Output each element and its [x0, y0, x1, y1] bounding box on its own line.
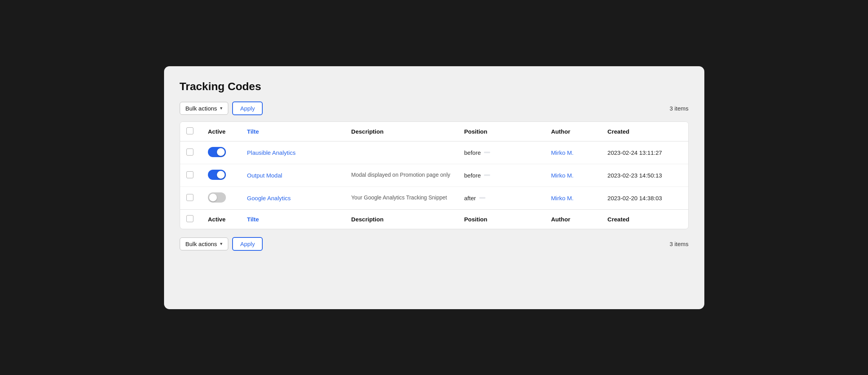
bulk-actions-dropdown-top[interactable]: Bulk actions ▾	[180, 102, 229, 115]
position-container-1: before	[464, 172, 539, 179]
table-header-row: Active Tilte Description Position Author…	[180, 122, 688, 141]
row-description-cell-0	[345, 141, 458, 164]
top-toolbar-left: Bulk actions ▾ Apply	[180, 101, 263, 115]
row-title-link-1[interactable]: Output Modal	[247, 172, 282, 179]
row-author-link-1[interactable]: Mirko M.	[551, 172, 574, 179]
position-tag-1	[484, 174, 490, 176]
items-count-top: 3 items	[669, 105, 688, 112]
row-author-cell-1: Mirko M.	[545, 164, 601, 187]
main-card: Tracking Codes Bulk actions ▾ Apply 3 it…	[164, 66, 704, 309]
bottom-toolbar: Bulk actions ▾ Apply 3 items	[180, 237, 689, 251]
position-label-0: before	[464, 149, 481, 156]
row-checkbox-cell-0	[180, 141, 202, 164]
footer-author: Author	[545, 209, 601, 229]
row-checkbox-2[interactable]	[186, 194, 193, 201]
footer-created: Created	[601, 209, 688, 229]
header-title: Tilte	[241, 122, 345, 141]
page-title: Tracking Codes	[180, 80, 689, 93]
row-position-cell-0: before	[458, 141, 545, 164]
table-footer-row: Active Tilte Description Position Author…	[180, 209, 688, 229]
row-checkbox-cell-1	[180, 164, 202, 187]
row-created-cell-2: 2023-02-20 14:38:03	[601, 187, 688, 209]
toggle-knob-1	[217, 171, 225, 179]
row-author-cell-2: Mirko M.	[545, 187, 601, 209]
toggle-knob-2	[209, 194, 217, 201]
footer-position: Position	[458, 209, 545, 229]
row-description-1: Modal displayed on Promotion page only	[351, 172, 450, 178]
position-container-0: before	[464, 149, 539, 156]
header-author: Author	[545, 122, 601, 141]
row-title-cell-2: Google Analytics	[241, 187, 345, 209]
bulk-actions-label-bottom: Bulk actions	[186, 241, 217, 247]
footer-description: Description	[345, 209, 458, 229]
position-label-2: after	[464, 195, 476, 201]
position-tag-2	[479, 197, 485, 199]
select-all-checkbox-bottom[interactable]	[186, 215, 193, 222]
select-all-checkbox[interactable]	[186, 127, 193, 134]
apply-button-top[interactable]: Apply	[232, 101, 263, 115]
row-created-cell-0: 2023-02-24 13:11:27	[601, 141, 688, 164]
header-description: Description	[345, 122, 458, 141]
header-created: Created	[601, 122, 688, 141]
toggle-0[interactable]	[208, 147, 226, 157]
table-row: Output Modal Modal displayed on Promotio…	[180, 164, 688, 187]
row-position-cell-2: after	[458, 187, 545, 209]
row-created-1: 2023-02-23 14:50:13	[608, 172, 662, 179]
header-checkbox-cell	[180, 122, 202, 141]
row-active-cell-0	[202, 141, 241, 164]
toggle-1[interactable]	[208, 170, 226, 180]
apply-button-bottom[interactable]: Apply	[232, 237, 263, 251]
position-container-2: after	[464, 195, 539, 201]
position-label-1: before	[464, 172, 481, 179]
footer-title-link[interactable]: Tilte	[247, 216, 259, 223]
row-checkbox-0[interactable]	[186, 149, 193, 156]
table-row: Plausible Analytics before Mirko M. 2023…	[180, 141, 688, 164]
items-count-bottom: 3 items	[669, 241, 688, 247]
header-title-link[interactable]: Tilte	[247, 128, 259, 135]
footer-checkbox-cell	[180, 209, 202, 229]
row-created-cell-1: 2023-02-23 14:50:13	[601, 164, 688, 187]
header-active: Active	[202, 122, 241, 141]
row-author-link-2[interactable]: Mirko M.	[551, 195, 574, 201]
row-created-2: 2023-02-20 14:38:03	[608, 195, 662, 201]
row-active-cell-1	[202, 164, 241, 187]
row-title-link-0[interactable]: Plausible Analytics	[247, 149, 296, 156]
table-wrapper: Active Tilte Description Position Author…	[180, 121, 689, 229]
footer-title: Tilte	[241, 209, 345, 229]
row-author-cell-0: Mirko M.	[545, 141, 601, 164]
row-checkbox-cell-2	[180, 187, 202, 209]
row-active-cell-2	[202, 187, 241, 209]
toggle-knob-0	[217, 148, 225, 156]
row-created-0: 2023-02-24 13:11:27	[608, 149, 662, 156]
tracking-codes-table: Active Tilte Description Position Author…	[180, 122, 688, 229]
table-row: Google Analytics Your Google Analytics T…	[180, 187, 688, 209]
toggle-2[interactable]	[208, 192, 226, 203]
header-position: Position	[458, 122, 545, 141]
row-description-2: Your Google Analytics Tracking Snippet	[351, 194, 447, 201]
row-author-link-0[interactable]: Mirko M.	[551, 149, 574, 156]
row-checkbox-1[interactable]	[186, 171, 193, 178]
row-title-link-2[interactable]: Google Analytics	[247, 195, 291, 201]
position-tag-0	[484, 152, 490, 153]
row-description-cell-1: Modal displayed on Promotion page only	[345, 164, 458, 187]
row-position-cell-1: before	[458, 164, 545, 187]
row-title-cell-1: Output Modal	[241, 164, 345, 187]
bulk-actions-dropdown-bottom[interactable]: Bulk actions ▾	[180, 237, 229, 250]
chevron-down-icon-top: ▾	[220, 105, 222, 111]
bulk-actions-label-top: Bulk actions	[186, 105, 217, 112]
top-toolbar: Bulk actions ▾ Apply 3 items	[180, 101, 689, 115]
row-description-cell-2: Your Google Analytics Tracking Snippet	[345, 187, 458, 209]
row-title-cell-0: Plausible Analytics	[241, 141, 345, 164]
footer-active: Active	[202, 209, 241, 229]
bottom-toolbar-left: Bulk actions ▾ Apply	[180, 237, 263, 251]
chevron-down-icon-bottom: ▾	[220, 241, 222, 246]
